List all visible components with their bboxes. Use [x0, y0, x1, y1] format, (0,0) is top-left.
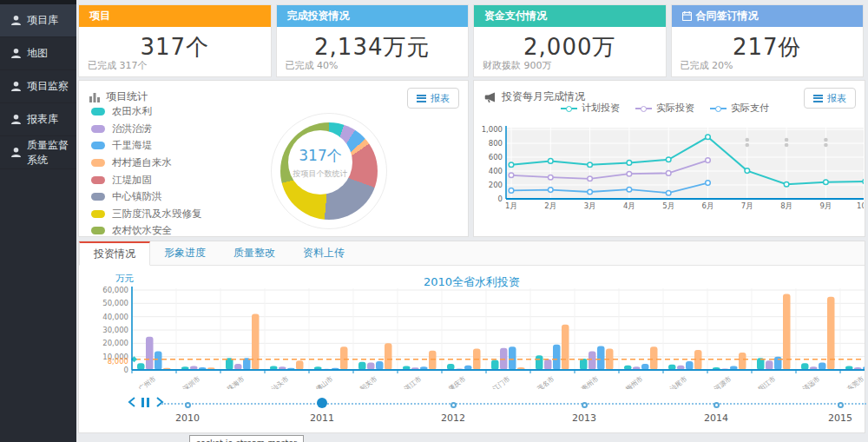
legend-item-planned[interactable]: 计划投资 — [561, 102, 620, 115]
sidebar-item-report-library[interactable]: 报表库 — [0, 103, 76, 136]
sidebar-item-project-library[interactable]: 项目库 — [0, 4, 76, 37]
legend-item-actual[interactable]: 实际投资 — [635, 102, 694, 115]
report-button[interactable]: 报表 — [407, 88, 459, 109]
legend-label: 村村通自来水 — [112, 156, 172, 169]
timeline-dot[interactable] — [317, 398, 327, 408]
timeline-dot[interactable] — [185, 402, 191, 408]
legend-item[interactable]: 农田水利 — [91, 103, 202, 121]
card-header: 合同签订情况 — [672, 5, 864, 27]
sidebar-item-quality-supervision[interactable]: 质量监督系统 — [0, 136, 76, 169]
line-legend: 计划投资 实际投资 实际支付 — [474, 102, 856, 115]
line-chart[interactable]: 1月2月3月4月5月6月7月8月9月10月02004006008001,000 — [478, 122, 864, 220]
svg-text:7月: 7月 — [741, 201, 753, 210]
donut-chart[interactable]: 317个 按项目个数统计 — [271, 113, 387, 229]
user-icon — [10, 81, 22, 92]
card-title: 资金支付情况 — [484, 5, 547, 27]
card-contract-signing: 合同签订情况 217份 已完成 20% — [671, 4, 865, 77]
svg-text:60,000: 60,000 — [102, 286, 128, 294]
legend-label: 农田水利 — [112, 105, 152, 118]
timeline-dot[interactable] — [582, 402, 588, 408]
svg-text:40,000: 40,000 — [102, 313, 128, 321]
sidebar-item-label: 地图 — [27, 46, 48, 61]
svg-text:6月: 6月 — [702, 201, 714, 210]
timeline-prev-icon[interactable] — [128, 397, 136, 407]
user-icon — [10, 114, 22, 125]
svg-text:茂名市: 茂名市 — [536, 374, 556, 389]
bar-chart[interactable]: 010,00020,00030,00040,00050,00060,000广州市… — [82, 283, 865, 389]
legend-label: 千里海堤 — [112, 139, 152, 152]
svg-text:深圳市: 深圳市 — [181, 374, 202, 389]
legend-item-paid[interactable]: 实际支付 — [710, 102, 769, 115]
tab-investment[interactable]: 投资情况 — [79, 241, 150, 266]
card-header: 项目 — [79, 5, 271, 27]
card-title: 合同签订情况 — [696, 5, 759, 27]
timeline-year-label: 2013 — [558, 412, 610, 424]
dashboard-page: 项目库 地图 项目监察 报表库 质量监督系统 项目 317个 已完成 317个 … — [0, 0, 868, 442]
legend-item[interactable]: 治洪治涝 — [91, 121, 202, 138]
timeline-track[interactable] — [161, 403, 866, 405]
legend-item[interactable]: 农村饮水安全 — [91, 222, 202, 240]
hamburger-icon — [417, 95, 426, 102]
svg-text:湛江市: 湛江市 — [402, 374, 423, 389]
tab-bar: 投资情况 形象进度 质量整改 资料上传 — [79, 241, 865, 266]
svg-text:10月: 10月 — [857, 201, 864, 210]
timeline-year-label: 2014 — [690, 412, 742, 424]
project-stats-panel: 项目统计 报表 农田水利 治洪治涝 千里海堤 村村通自来水 江堤加固 中心镇防洪… — [78, 80, 469, 237]
timeline-node-2012[interactable]: 2012 — [427, 399, 479, 424]
legend-swatch — [91, 142, 105, 149]
donut-center-label: 按项目个数统计 — [293, 168, 348, 180]
svg-text:2月: 2月 — [544, 201, 556, 210]
timeline-node-2014[interactable]: 2014 — [690, 399, 742, 424]
line-marker-icon — [710, 106, 727, 111]
card-value: 2,000万 — [474, 32, 666, 63]
svg-text:肇庆市: 肇庆市 — [447, 374, 468, 389]
svg-text:50,000: 50,000 — [102, 299, 128, 307]
line-marker-icon — [561, 106, 577, 111]
card-value: 2,134万元 — [277, 32, 469, 63]
timeline-node-2011[interactable]: 2011 — [296, 399, 348, 424]
legend-item[interactable]: 江堤加固 — [91, 171, 202, 188]
legend-label: 实际支付 — [731, 102, 769, 115]
svg-text:韶关市: 韶关市 — [358, 374, 379, 389]
svg-text:200: 200 — [489, 181, 503, 189]
legend-item[interactable]: 村村通自来水 — [91, 155, 202, 172]
sidebar-item-project-inspection[interactable]: 项目监察 — [0, 70, 76, 103]
svg-text:8,000: 8,000 — [108, 357, 128, 366]
timeline-dot[interactable] — [450, 402, 457, 408]
card-investment-completed: 完成投资情况 2,134万元 已完成 40% — [276, 4, 470, 77]
card-footer: 已完成 317个 — [88, 59, 148, 72]
svg-text:0: 0 — [498, 195, 503, 203]
legend-label: 江堤加固 — [112, 174, 152, 187]
timeline-dot[interactable] — [713, 402, 720, 408]
legend-swatch — [91, 227, 105, 234]
timeline-node-2015[interactable]: 2015 — [814, 399, 866, 424]
donut-center-value: 317个 — [299, 146, 341, 166]
timeline-node-2010[interactable]: 2010 — [161, 399, 214, 424]
card-title: 项目 — [89, 5, 110, 27]
card-fund-payment: 资金支付情况 2,000万 财政拨款 900万 — [473, 4, 667, 77]
tab-progress[interactable]: 形象进度 — [150, 241, 220, 265]
timeline-year-label: 2012 — [427, 412, 479, 424]
legend-item[interactable]: 中心镇防洪 — [91, 188, 202, 206]
timeline-node-2013[interactable]: 2013 — [558, 399, 610, 424]
panel-title-text: 项目统计 — [106, 89, 148, 104]
timeline-year-label: 2015 — [814, 412, 866, 424]
legend-swatch — [91, 108, 105, 115]
svg-text:汕头市: 汕头市 — [270, 374, 291, 389]
svg-text:3月: 3月 — [584, 201, 596, 210]
svg-text:东莞市: 东莞市 — [845, 374, 865, 389]
legend-item[interactable]: 千里海堤 — [91, 137, 202, 155]
svg-text:0: 0 — [124, 366, 128, 374]
timeline-pause-icon[interactable] — [141, 398, 149, 407]
tab-upload[interactable]: 资料上传 — [289, 241, 358, 265]
bar-chart-icon — [89, 92, 101, 102]
legend-label: 中心镇防洪 — [112, 190, 162, 203]
svg-text:惠州市: 惠州市 — [580, 374, 601, 389]
sidebar-item-map[interactable]: 地图 — [0, 37, 76, 70]
timeline-dot[interactable] — [838, 402, 844, 408]
tab-quality[interactable]: 质量整改 — [220, 241, 289, 265]
svg-text:400: 400 — [489, 167, 503, 175]
stat-cards-row: 项目 317个 已完成 317个 完成投资情况 2,134万元 已完成 40% … — [78, 4, 864, 77]
legend-item[interactable]: 三防度汛及水毁修复 — [91, 206, 202, 223]
card-header: 资金支付情况 — [474, 5, 666, 27]
